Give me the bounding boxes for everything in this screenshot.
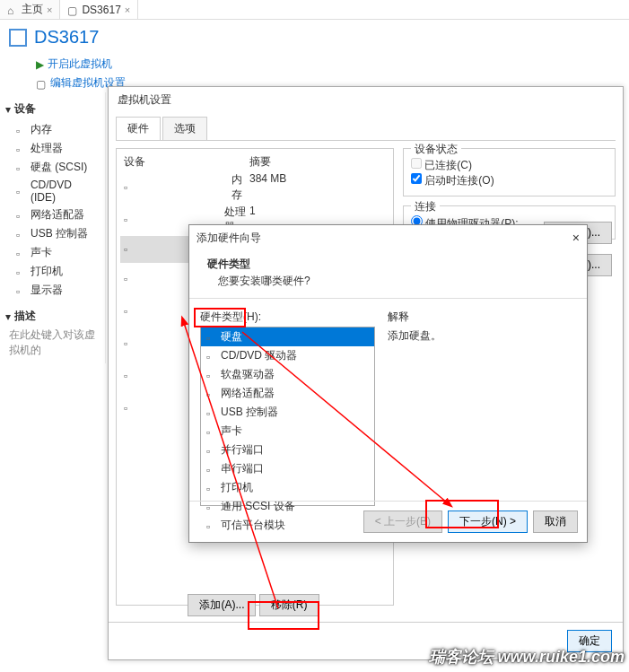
device-icon: ▫ [206, 445, 217, 456]
chevron-down-icon: ▾ [5, 310, 11, 323]
sidebar-item[interactable]: ▫CD/DVD (IDE) [5, 177, 100, 205]
add-button[interactable]: 添加(A)... [188, 594, 256, 616]
device-icon: ▫ [16, 210, 27, 221]
sidebar-item-label: 显示器 [31, 283, 63, 298]
wizard-item-label: 打印机 [221, 480, 253, 495]
vm-title: DS3617 [34, 27, 99, 48]
device-status-group: 设备状态 已连接(C) 启动时连接(O) [403, 148, 616, 196]
device-icon: ▫ [16, 186, 27, 196]
close-icon[interactable]: × [47, 4, 52, 15]
tab-vm[interactable]: ▢ DS3617 × [60, 0, 138, 19]
wizard-item-label: CD/DVD 驱动器 [221, 348, 297, 363]
home-icon: ⌂ [7, 4, 18, 15]
tab-hardware[interactable]: 硬件 [116, 117, 161, 140]
wizard-hw-item[interactable]: ▫并行端口 [201, 441, 374, 459]
wizard-hw-item[interactable]: ▫硬盘 [201, 327, 374, 346]
sidebar-devices-header[interactable]: ▾ 设备 [5, 98, 100, 120]
sidebar-item[interactable]: ▫声卡 [5, 243, 100, 262]
remove-button[interactable]: 移除(R) [259, 594, 319, 616]
wizard-head-sub: 您要安装哪类硬件? [207, 274, 569, 289]
col-summary: 摘要 [249, 154, 271, 170]
edit-icon: ▢ [36, 78, 47, 89]
devices-label: 设备 [14, 101, 36, 117]
col-device: 设备 [124, 154, 249, 170]
sidebar-item[interactable]: ▫网络适配器 [5, 205, 100, 224]
device-icon: ▫ [16, 266, 27, 277]
start-vm-link[interactable]: ▶ 开启此虚拟机 [36, 55, 629, 74]
wizard-head-title: 硬件类型 [207, 257, 569, 274]
sidebar-item[interactable]: ▫内存 [5, 120, 100, 139]
connect-at-start-checkbox[interactable] [411, 173, 422, 184]
vm-icon: ▢ [67, 4, 78, 15]
sidebar-item[interactable]: ▫USB 控制器 [5, 224, 100, 243]
sidebar-item[interactable]: ▫硬盘 (SCSI) [5, 158, 100, 177]
start-label: 开启此虚拟机 [48, 57, 112, 72]
connected-checkbox [411, 158, 422, 169]
sidebar-item[interactable]: ▫打印机 [5, 262, 100, 281]
hw-summary: 384 MB [249, 172, 286, 203]
wizard-item-label: 网络适配器 [221, 386, 275, 401]
wizard-item-label: USB 控制器 [221, 405, 278, 420]
device-icon: ▫ [124, 182, 229, 193]
explain-label: 解释 [388, 310, 576, 325]
sidebar-item-label: 声卡 [31, 245, 52, 260]
wizard-hw-item[interactable]: ▫网络适配器 [201, 384, 374, 403]
wizard-hw-item[interactable]: ▫CD/DVD 驱动器 [201, 346, 374, 365]
close-icon[interactable]: × [572, 231, 580, 246]
sidebar-item-label: 硬盘 (SCSI) [31, 160, 87, 175]
sidebar-desc-header[interactable]: ▾ 描述 [5, 305, 100, 327]
sidebar-item[interactable]: ▫处理器 [5, 139, 100, 158]
wizard-item-label: 声卡 [221, 423, 242, 439]
atstart-label: 启动时连接(O) [424, 174, 494, 187]
sidebar-item-label: USB 控制器 [31, 226, 88, 241]
sidebar-item[interactable]: ▫显示器 [5, 281, 100, 300]
hw-type-list[interactable]: ▫硬盘▫CD/DVD 驱动器▫软盘驱动器▫网络适配器▫USB 控制器▫声卡▫并行… [200, 327, 375, 506]
sidebar-item-label: 网络适配器 [31, 207, 84, 223]
device-icon: ▫ [206, 370, 217, 380]
tab-vm-label: DS3617 [82, 4, 120, 16]
wizard-item-label: 并行端口 [221, 442, 264, 458]
device-icon: ▫ [206, 388, 217, 399]
wizard-hw-item[interactable]: ▫软盘驱动器 [201, 365, 374, 384]
hw-type-label: 硬件类型(H): [200, 310, 375, 327]
tab-home-label: 主页 [22, 2, 43, 17]
wizard-item-label: 串行端口 [221, 461, 264, 476]
sidebar: ▾ 设备 ▫内存▫处理器▫硬盘 (SCSI)▫CD/DVD (IDE)▫网络适配… [0, 92, 106, 363]
device-icon: ▫ [206, 426, 217, 437]
device-icon: ▫ [206, 351, 217, 362]
vm-large-icon [9, 29, 27, 47]
device-icon: ▫ [206, 483, 217, 493]
tab-options[interactable]: 选项 [162, 117, 207, 140]
wizard-hw-item[interactable]: ▫声卡 [201, 422, 374, 441]
desc-hint: 在此处键入对该虚拟机的 [5, 327, 100, 358]
device-icon: ▫ [206, 332, 217, 343]
watermark: 瑞客论坛 www.ruike1.com [429, 646, 625, 668]
wizard-hw-item[interactable]: ▫打印机 [201, 478, 374, 497]
cancel-button[interactable]: 取消 [533, 511, 578, 533]
device-icon: ▫ [16, 229, 27, 240]
sidebar-item-label: CD/DVD (IDE) [31, 179, 100, 204]
wizard-hw-item[interactable]: ▫USB 控制器 [201, 403, 374, 422]
close-icon[interactable]: × [125, 4, 130, 15]
wizard-title: 添加硬件向导 [197, 231, 261, 246]
wizard-item-label: 软盘驱动器 [221, 367, 275, 382]
status-title: 设备状态 [411, 142, 461, 157]
sidebar-item-label: 内存 [31, 122, 52, 137]
sidebar-item-label: 打印机 [31, 264, 63, 279]
device-icon: ▫ [16, 125, 27, 135]
device-icon: ▫ [206, 464, 217, 475]
desc-label: 描述 [14, 309, 36, 324]
back-button: < 上一步(B) [363, 511, 442, 533]
wizard-hw-item[interactable]: ▫串行端口 [201, 459, 374, 478]
tab-home[interactable]: ⌂ 主页 × [0, 0, 60, 19]
explain-text: 添加硬盘。 [388, 328, 576, 344]
device-icon: ▫ [16, 144, 27, 154]
chevron-down-icon: ▾ [5, 103, 11, 116]
device-icon: ▫ [16, 162, 27, 173]
hw-row[interactable]: ▫内存384 MB [120, 171, 389, 204]
sidebar-item-label: 处理器 [31, 141, 63, 156]
device-icon: ▫ [16, 285, 27, 296]
device-icon: ▫ [16, 248, 27, 258]
vm-header: DS3617 [0, 20, 629, 55]
next-button[interactable]: 下一步(N) > [448, 511, 528, 533]
